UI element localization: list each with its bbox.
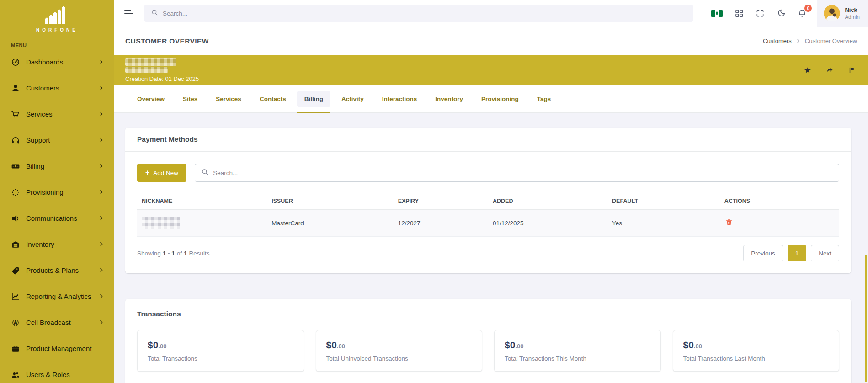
tab[interactable]: Services [208,91,249,107]
tab-label: Contacts [260,96,286,102]
stat-card: $0.00 Total Transactions This Month [494,330,661,372]
fullscreen-icon[interactable] [750,0,771,27]
page-title-bar: CUSTOMER OVERVIEW Customers Customer Ove… [114,27,868,55]
column-header[interactable]: DEFAULT [607,193,720,210]
bell-icon[interactable]: 0 [792,0,813,27]
cell-issuer: MasterCard [267,210,393,237]
headset-icon [11,136,20,145]
sidebar-item[interactable]: Services [0,101,114,127]
stat-label: Total Transactions [148,355,293,362]
sidebar-item-label: Users & Roles [26,371,70,378]
previous-page-button[interactable]: Previous [743,245,783,261]
chevron-right-icon [98,111,104,117]
tab-label: Activity [341,96,364,102]
stat-label: Total Transactions Last Month [683,355,829,362]
sidebar-item[interactable]: Billing [0,153,114,179]
sidebar-item-label: Billing [26,162,44,170]
moon-icon[interactable] [771,0,792,27]
stat-cents: .00 [515,343,523,350]
user-menu[interactable]: Nick Admin [817,0,868,27]
results-summary: Showing 1 - 1 of 1 Results [137,250,210,257]
sidebar-item[interactable]: Customers [0,75,114,101]
tag-icon [11,266,20,275]
sidebar-item[interactable]: Communications [0,205,114,231]
stat-cents: .00 [337,343,345,350]
stat-amount: $0 [683,340,694,350]
delete-button[interactable] [724,218,734,229]
sidebar-item[interactable]: Reporting & Analytics [0,283,114,309]
page-title: CUSTOMER OVERVIEW [125,37,209,45]
star-icon[interactable]: ★ [804,66,811,74]
sidebar-item[interactable]: Product Management [0,335,114,362]
tab-label: Sites [183,96,197,102]
customer-banner-actions: ★ [804,66,856,74]
chevron-right-icon [98,85,104,91]
stat-amount: $0 [326,340,337,350]
redacted-customer-name [125,58,176,66]
global-search [144,5,693,22]
breadcrumb-customers-link[interactable]: Customers [763,37,792,44]
tab[interactable]: Provisioning [474,91,526,107]
sidebar-item-label: Product Management [26,345,91,352]
tab[interactable]: Inventory [428,91,470,107]
transactions-title: Transactions [137,310,839,318]
trash-icon [725,218,733,228]
creation-date: Creation Date: 01 Dec 2025 [125,75,199,82]
tab[interactable]: Activity [334,91,371,107]
tab[interactable]: Overview [130,91,172,107]
sidebar-item-label: Inventory [26,240,54,248]
table-row: MasterCard 12/2027 01/12/2025 Yes [137,210,839,237]
add-new-button[interactable]: + Add New [137,164,186,182]
flag-marker-icon[interactable] [848,66,856,74]
payment-methods-controls: + Add New [137,164,839,182]
brand-logo[interactable]: NORFONE [0,0,114,32]
sidebar-item[interactable]: Users & Roles [0,362,114,383]
topbar-actions: 0 Nick Admin [705,0,868,27]
chevron-right-icon [98,137,104,143]
search-input[interactable] [163,10,687,17]
sidebar-item[interactable]: Support [0,127,114,153]
payment-methods-title: Payment Methods [137,135,839,144]
tab[interactable]: Billing [297,91,330,107]
tab[interactable]: Interactions [375,91,425,107]
cell-default: Yes [607,210,720,237]
column-header[interactable]: NICKNAME [137,193,267,210]
customer-banner: Creation Date: 01 Dec 2025 ★ [114,55,868,85]
column-header[interactable]: ISSUER [267,193,393,210]
column-header[interactable]: EXPIRY [394,193,488,210]
tab[interactable]: Tags [530,91,559,107]
stat-card: $0.00 Total Uninvoiced Transactions [316,330,483,372]
chevron-right-icon [98,241,104,247]
notification-badge: 0 [804,5,812,12]
tab-label: Inventory [435,96,463,102]
page-1-button[interactable]: 1 [788,245,807,261]
sidebar-item[interactable]: Dashboards [0,49,114,75]
column-header[interactable]: ADDED [488,193,607,210]
apps-grid-icon[interactable] [729,0,750,27]
transactions-stats: $0.00 Total Transactions $0.00 Total Uni… [137,330,839,372]
sidebar-item[interactable]: A Cell Broadcast [0,309,114,335]
content-area: Payment Methods + Add New [114,113,868,383]
sidebar-item[interactable]: Provisioning [0,179,114,205]
search-icon [151,9,158,18]
stat-label: Total Uninvoiced Transactions [326,355,472,362]
sidebar-item-label: Cell Broadcast [26,319,71,326]
column-header[interactable]: ACTIONS [720,193,839,210]
next-page-button[interactable]: Next [811,245,839,261]
sidebar-item-label: Products & Plans [26,266,79,274]
sidebar-item-label: Support [26,136,50,144]
avatar [824,5,840,21]
share-icon[interactable] [826,66,834,74]
hamburger-icon[interactable] [124,10,135,16]
sidebar-item[interactable]: Products & Plans [0,257,114,283]
sidebar-item[interactable]: Inventory [0,231,114,257]
tab[interactable]: Sites [176,91,205,107]
megaphone-icon [11,214,20,223]
stat-cents: .00 [694,343,702,350]
tab[interactable]: Contacts [252,91,293,107]
flag-icon[interactable] [705,0,729,27]
breadcrumb-current: Customer Overview [805,37,857,44]
briefcase-icon [11,344,20,353]
payment-methods-search-input[interactable] [213,170,833,176]
scrollbar-thumb[interactable] [865,255,867,382]
